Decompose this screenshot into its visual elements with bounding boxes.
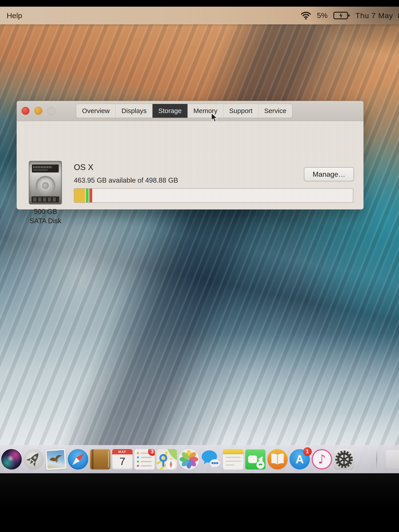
- segment-green: [86, 189, 89, 202]
- dock-item-maps[interactable]: [157, 449, 177, 469]
- dock-item-app-store[interactable]: A 1: [290, 449, 310, 469]
- menu-bar-status: 5% Thu 7 May 8: [301, 7, 399, 24]
- segment-red: [89, 189, 92, 202]
- dock-divider: [376, 449, 377, 470]
- volume-name: OS X: [74, 163, 93, 172]
- dock-item-messages[interactable]: [201, 449, 221, 469]
- reminders-badge: 3: [148, 449, 155, 456]
- photos-pinwheel-icon: [179, 449, 199, 469]
- disk-capacity-label: 500 GB: [18, 207, 72, 216]
- app-store-badge: 1: [303, 447, 312, 456]
- dock-item-books[interactable]: [267, 449, 288, 469]
- dock-item-system-preferences[interactable]: [334, 449, 354, 469]
- dock-item-contacts[interactable]: [90, 449, 110, 469]
- dock-item-launchpad[interactable]: [24, 449, 44, 469]
- disk-caption: 500 GB SATA Disk: [18, 207, 72, 226]
- dock-item-safari[interactable]: [68, 449, 88, 469]
- dock-item-calendar[interactable]: MAY 7: [112, 449, 133, 469]
- availability-text: 463.95 GB available of 498.88 GB: [74, 177, 178, 184]
- messages-bubbles-icon: [201, 449, 221, 469]
- menu-item-help[interactable]: Help: [7, 11, 22, 20]
- dock: MAY 7 3: [0, 445, 399, 473]
- tab-storage[interactable]: Storage: [152, 104, 188, 118]
- tab-support[interactable]: Support: [223, 104, 259, 118]
- maps-icon: [157, 449, 177, 469]
- laptop-screen: Help 5% Thu 7 May 8: [0, 7, 399, 473]
- traffic-lights: [21, 107, 55, 115]
- storage-usage-bar: [74, 188, 353, 203]
- dock-item-notes[interactable]: [223, 449, 243, 469]
- close-button[interactable]: [21, 107, 30, 115]
- segment-yellow: [74, 189, 85, 202]
- gear-icon: [334, 449, 354, 469]
- tab-service[interactable]: Service: [259, 104, 292, 118]
- mouse-cursor: [211, 113, 220, 124]
- dock-item-photo-thumbnail[interactable]: [45, 449, 67, 470]
- disk-type-label: SATA Disk: [18, 216, 72, 226]
- calendar-day-label: 7: [112, 454, 133, 469]
- tab-displays[interactable]: Displays: [116, 104, 152, 118]
- about-this-mac-window: Overview Displays Storage Memory Support…: [17, 101, 364, 209]
- calendar-month-label: MAY: [112, 449, 133, 454]
- open-book-icon: [267, 449, 288, 469]
- battery-percent: 5%: [317, 11, 328, 20]
- menu-bar-clock[interactable]: Thu 7 May 8: [355, 11, 399, 20]
- window-title-bar: Overview Displays Storage Memory Support…: [17, 101, 364, 121]
- notes-icon: [223, 449, 243, 454]
- dock-item-folder-partial[interactable]: [386, 450, 399, 469]
- bird-photo-icon: [47, 450, 65, 468]
- bezel-bottom: [0, 473, 399, 532]
- app-store-letter: A: [296, 453, 304, 466]
- hard-disk-icon: [29, 161, 62, 204]
- dock-item-reminders[interactable]: 3: [134, 449, 155, 469]
- tab-overview[interactable]: Overview: [76, 104, 116, 118]
- rocket-icon: [24, 449, 44, 469]
- manage-button[interactable]: Manage…: [304, 167, 354, 181]
- dock-item-photos[interactable]: [179, 449, 199, 469]
- dock-item-itunes[interactable]: [312, 449, 332, 469]
- compass-icon: [68, 449, 88, 469]
- wifi-icon[interactable]: [301, 11, 311, 20]
- zoom-button[interactable]: [47, 107, 55, 115]
- minimize-button[interactable]: [34, 107, 42, 115]
- battery-charging-icon[interactable]: [333, 11, 350, 20]
- storage-panel: OS X 463.95 GB available of 498.88 GB Ma…: [17, 121, 364, 209]
- video-camera-icon: [245, 449, 266, 469]
- desktop-wallpaper: [0, 7, 399, 473]
- menu-bar: Help 5% Thu 7 May 8: [0, 7, 399, 24]
- dock-item-facetime[interactable]: [245, 449, 266, 469]
- dock-item-siri[interactable]: [1, 449, 22, 469]
- tab-bar: Overview Displays Storage Memory Support…: [76, 104, 292, 118]
